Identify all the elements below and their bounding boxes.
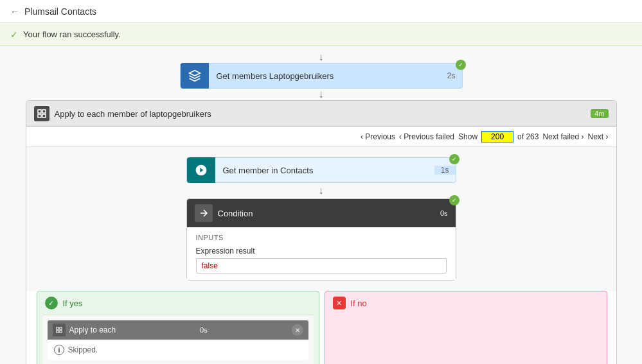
branch-yes-body: Apply to each 0s ✕ ℹ Skipped. [42,315,314,364]
branch-no: ✕ If no [325,291,607,364]
top-bar: ← Plumsail Contacts [0,0,642,23]
branch-no-label: If no [351,299,367,308]
get-member-contacts-icon [187,157,215,183]
nested-apply-header: Apply to each 0s ✕ [48,320,308,340]
main-content: ↓ Get members Laptopgebruikers 2s ✓ ↓ Ap [0,46,642,364]
pagination-bar: ‹ Previous ‹ Previous failed Show of 263… [26,127,616,147]
condition-field-value: false [196,258,447,273]
branch-yes-icon: ✓ [45,297,58,309]
page-total: of 263 [517,132,539,141]
page-number-input[interactable] [481,131,513,143]
flow-arrow-3: ↓ [319,183,324,198]
nested-apply-body: ℹ Skipped. [48,340,308,360]
svg-rect-0 [38,110,41,113]
apply-each-icon [34,106,49,121]
previous-failed-button[interactable]: ‹ Previous failed [399,132,454,141]
branches-row: ✓ If yes [26,291,618,364]
svg-rect-1 [42,110,46,113]
branch-no-header: ✕ If no [325,291,607,315]
nested-apply-duration: 0s [200,326,208,334]
condition-duration: 0s [440,209,448,217]
nested-apply-icon [53,324,66,336]
nested-apply-label: Apply to each [69,325,116,334]
success-message: Your flow ran successfully. [23,30,121,39]
svg-rect-6 [56,331,58,333]
condition-body: INPUTS Expression result false [187,227,456,280]
get-member-contacts-duration: 1s [434,166,456,175]
branch-no-icon: ✕ [333,297,346,309]
nested-close-button[interactable]: ✕ [292,324,303,336]
get-members-step[interactable]: Get members Laptopgebruikers 2s ✓ [180,63,463,89]
branch-yes-label: If yes [63,299,83,308]
get-members-label: Get members Laptopgebruikers [209,71,441,81]
svg-rect-4 [56,327,58,329]
condition-label: Condition [218,209,253,218]
nested-apply: Apply to each 0s ✕ ℹ Skipped. [48,320,308,360]
branch-yes-header: ✓ If yes [37,291,319,315]
success-icon: ✓ [10,30,18,40]
get-member-contacts-label: Get member in Contacts [215,166,434,175]
back-button[interactable]: ← [10,6,19,17]
show-label: Show [458,132,477,141]
apply-each-duration: 4m [591,109,608,118]
flow-arrow-top: ↓ [319,51,324,63]
get-member-contacts-check: ✓ [449,154,459,164]
svg-rect-2 [38,114,41,117]
apply-each-label: Apply to each member of laptopgebruikers [55,109,211,119]
svg-rect-3 [42,114,46,117]
condition-card[interactable]: Condition 0s INPUTS Expression result fa… [186,198,456,281]
condition-icon [195,204,213,222]
success-banner: ✓ Your flow ran successfully. [0,23,642,46]
apply-inner: Get member in Contacts 1s ✓ ↓ Condition … [26,147,616,291]
svg-rect-7 [59,331,61,333]
get-members-check: ✓ [456,60,466,70]
condition-section-label: INPUTS [196,234,447,241]
previous-button[interactable]: ‹ Previous [361,132,395,141]
flow-arrow-2: ↓ [319,89,324,100]
get-members-icon [181,63,209,89]
skipped-text: Skipped. [68,345,98,354]
condition-check: ✓ [449,195,459,205]
condition-header: Condition 0s [187,199,456,227]
apply-each-container: Apply to each member of laptopgebruikers… [26,100,617,364]
skip-icon: ℹ [54,345,64,355]
branch-yes: ✓ If yes [37,291,319,364]
apply-each-header: Apply to each member of laptopgebruikers… [26,101,616,127]
page-title: Plumsail Contacts [24,6,96,17]
condition-field-label: Expression result [196,247,447,256]
next-failed-button[interactable]: Next failed › [542,132,584,141]
get-members-duration: 2s [441,71,462,80]
next-button[interactable]: Next › [587,132,608,141]
get-member-contacts-step[interactable]: Get member in Contacts 1s ✓ [186,157,456,183]
svg-rect-5 [59,327,61,329]
